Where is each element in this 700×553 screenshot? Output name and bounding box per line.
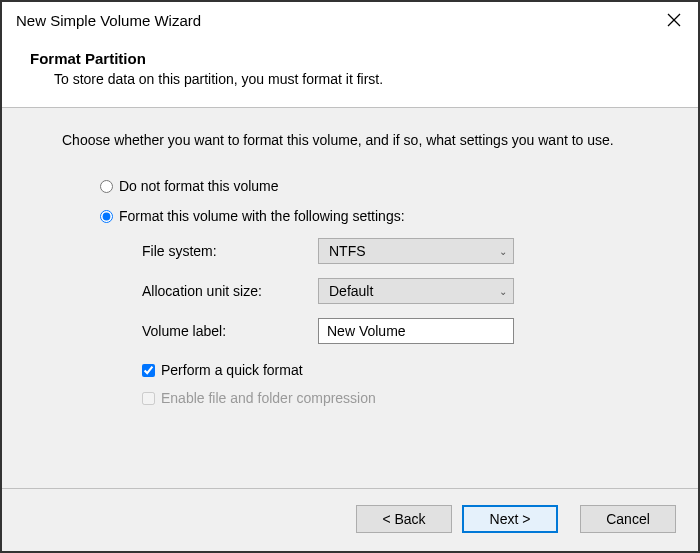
allocation-value: Default bbox=[329, 283, 373, 299]
volume-label-row: Volume label: bbox=[142, 318, 662, 344]
wizard-header: Format Partition To store data on this p… bbox=[2, 36, 698, 107]
close-button[interactable] bbox=[664, 10, 684, 30]
radio-no-format[interactable] bbox=[100, 180, 113, 193]
quick-format-row[interactable]: Perform a quick format bbox=[142, 362, 662, 378]
file-system-row: File system: NTFS ⌄ bbox=[142, 238, 662, 264]
quick-format-label: Perform a quick format bbox=[161, 362, 303, 378]
format-radio-group: Do not format this volume Format this vo… bbox=[100, 178, 662, 224]
page-heading: Format Partition bbox=[30, 50, 670, 67]
volume-label-label: Volume label: bbox=[142, 323, 318, 339]
page-subheading: To store data on this partition, you mus… bbox=[30, 71, 670, 87]
file-system-label: File system: bbox=[142, 243, 318, 259]
compression-checkbox bbox=[142, 392, 155, 405]
allocation-label: Allocation unit size: bbox=[142, 283, 318, 299]
back-button[interactable]: < Back bbox=[356, 505, 452, 533]
radio-format-label: Format this volume with the following se… bbox=[119, 208, 405, 224]
compression-label: Enable file and folder compression bbox=[161, 390, 376, 406]
cancel-button[interactable]: Cancel bbox=[580, 505, 676, 533]
quick-format-checkbox[interactable] bbox=[142, 364, 155, 377]
next-button[interactable]: Next > bbox=[462, 505, 558, 533]
wizard-footer: < Back Next > Cancel bbox=[2, 488, 698, 551]
volume-label-input[interactable] bbox=[318, 318, 514, 344]
file-system-value: NTFS bbox=[329, 243, 366, 259]
checkbox-group: Perform a quick format Enable file and f… bbox=[142, 362, 662, 406]
radio-row-format[interactable]: Format this volume with the following se… bbox=[100, 208, 662, 224]
chevron-down-icon: ⌄ bbox=[499, 246, 507, 257]
intro-text: Choose whether you want to format this v… bbox=[62, 132, 662, 148]
format-settings: File system: NTFS ⌄ Allocation unit size… bbox=[142, 238, 662, 344]
wizard-content: Choose whether you want to format this v… bbox=[2, 108, 698, 488]
close-icon bbox=[667, 13, 681, 27]
chevron-down-icon: ⌄ bbox=[499, 286, 507, 297]
title-bar: New Simple Volume Wizard bbox=[2, 2, 698, 36]
file-system-dropdown[interactable]: NTFS ⌄ bbox=[318, 238, 514, 264]
window-title: New Simple Volume Wizard bbox=[16, 12, 201, 29]
radio-no-format-label: Do not format this volume bbox=[119, 178, 279, 194]
allocation-dropdown[interactable]: Default ⌄ bbox=[318, 278, 514, 304]
radio-format[interactable] bbox=[100, 210, 113, 223]
allocation-row: Allocation unit size: Default ⌄ bbox=[142, 278, 662, 304]
radio-row-no-format[interactable]: Do not format this volume bbox=[100, 178, 662, 194]
compression-row: Enable file and folder compression bbox=[142, 390, 662, 406]
